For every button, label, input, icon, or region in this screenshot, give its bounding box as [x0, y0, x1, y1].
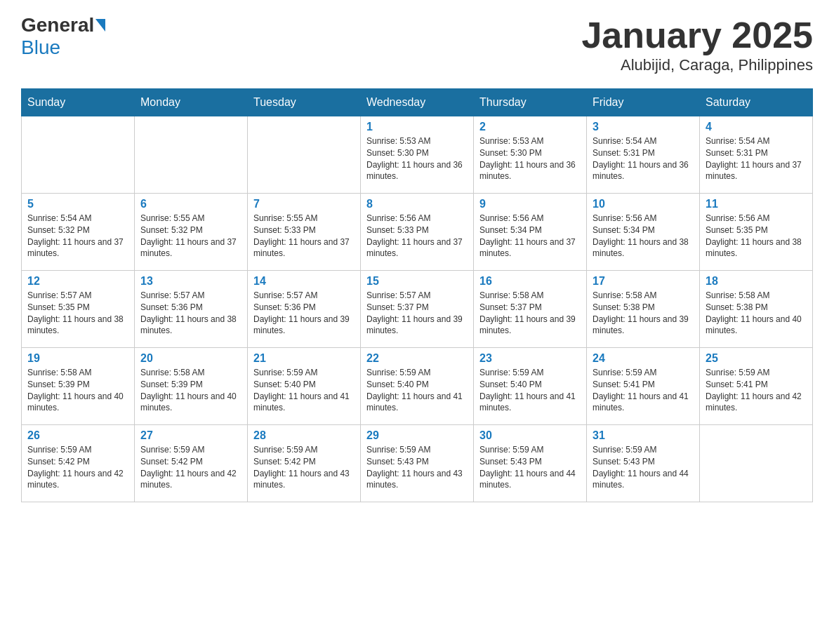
day-number: 18 [706, 275, 807, 288]
day-info: Sunrise: 5:59 AM Sunset: 5:43 PM Dayligh… [366, 444, 468, 491]
day-info: Sunrise: 5:58 AM Sunset: 5:38 PM Dayligh… [706, 290, 807, 337]
calendar-week-row: 12Sunrise: 5:57 AM Sunset: 5:35 PM Dayli… [22, 271, 813, 348]
day-number: 9 [479, 198, 581, 210]
calendar-day-cell: 16Sunrise: 5:58 AM Sunset: 5:37 PM Dayli… [474, 271, 587, 348]
day-of-week-header: Friday [587, 89, 700, 116]
calendar-day-cell: 28Sunrise: 5:59 AM Sunset: 5:42 PM Dayli… [248, 425, 361, 502]
logo-area: General Blue [21, 14, 107, 59]
calendar-table: SundayMondayTuesdayWednesdayThursdayFrid… [21, 88, 813, 502]
logo-blue-text: Blue [21, 36, 60, 59]
calendar-day-cell: 27Sunrise: 5:59 AM Sunset: 5:42 PM Dayli… [135, 425, 248, 502]
day-number: 2 [479, 121, 581, 133]
calendar-day-cell: 30Sunrise: 5:59 AM Sunset: 5:43 PM Dayli… [474, 425, 587, 502]
calendar-day-cell: 15Sunrise: 5:57 AM Sunset: 5:37 PM Dayli… [361, 271, 474, 348]
calendar-week-row: 1Sunrise: 5:53 AM Sunset: 5:30 PM Daylig… [22, 116, 813, 194]
calendar-day-cell: 8Sunrise: 5:56 AM Sunset: 5:33 PM Daylig… [361, 194, 474, 271]
calendar-day-cell: 7Sunrise: 5:55 AM Sunset: 5:33 PM Daylig… [248, 194, 361, 271]
calendar-day-cell: 22Sunrise: 5:59 AM Sunset: 5:40 PM Dayli… [361, 348, 474, 425]
day-of-week-header: Sunday [22, 89, 135, 116]
day-info: Sunrise: 5:56 AM Sunset: 5:33 PM Dayligh… [366, 213, 468, 260]
day-number: 27 [140, 429, 241, 442]
day-number: 4 [706, 121, 807, 133]
calendar-day-cell: 5Sunrise: 5:54 AM Sunset: 5:32 PM Daylig… [22, 194, 135, 271]
calendar-day-cell [22, 116, 135, 194]
month-title: January 2025 [581, 14, 813, 56]
logo-general-text: General [21, 14, 94, 36]
day-info: Sunrise: 5:57 AM Sunset: 5:36 PM Dayligh… [140, 290, 241, 337]
day-number: 25 [706, 352, 807, 365]
day-number: 12 [27, 275, 128, 288]
calendar-header-row: SundayMondayTuesdayWednesdayThursdayFrid… [22, 89, 813, 116]
day-info: Sunrise: 5:59 AM Sunset: 5:43 PM Dayligh… [479, 444, 581, 491]
day-number: 7 [253, 198, 355, 210]
day-number: 19 [27, 352, 128, 365]
day-number: 28 [253, 429, 355, 442]
calendar-day-cell: 26Sunrise: 5:59 AM Sunset: 5:42 PM Dayli… [22, 425, 135, 502]
day-of-week-header: Monday [135, 89, 248, 116]
day-info: Sunrise: 5:57 AM Sunset: 5:37 PM Dayligh… [366, 290, 468, 337]
day-info: Sunrise: 5:54 AM Sunset: 5:31 PM Dayligh… [706, 135, 807, 182]
day-info: Sunrise: 5:56 AM Sunset: 5:34 PM Dayligh… [593, 213, 694, 260]
day-info: Sunrise: 5:58 AM Sunset: 5:37 PM Dayligh… [479, 290, 581, 337]
calendar-day-cell: 1Sunrise: 5:53 AM Sunset: 5:30 PM Daylig… [361, 116, 474, 194]
day-info: Sunrise: 5:57 AM Sunset: 5:36 PM Dayligh… [253, 290, 355, 337]
day-number: 31 [593, 429, 694, 442]
calendar-day-cell: 14Sunrise: 5:57 AM Sunset: 5:36 PM Dayli… [248, 271, 361, 348]
calendar-week-row: 5Sunrise: 5:54 AM Sunset: 5:32 PM Daylig… [22, 194, 813, 271]
logo-arrow-icon [95, 19, 105, 32]
calendar-day-cell: 10Sunrise: 5:56 AM Sunset: 5:34 PM Dayli… [587, 194, 700, 271]
day-info: Sunrise: 5:56 AM Sunset: 5:34 PM Dayligh… [479, 213, 581, 260]
day-number: 11 [706, 198, 807, 210]
calendar-day-cell: 12Sunrise: 5:57 AM Sunset: 5:35 PM Dayli… [22, 271, 135, 348]
day-info: Sunrise: 5:59 AM Sunset: 5:41 PM Dayligh… [706, 367, 807, 414]
calendar-day-cell: 13Sunrise: 5:57 AM Sunset: 5:36 PM Dayli… [135, 271, 248, 348]
day-info: Sunrise: 5:59 AM Sunset: 5:40 PM Dayligh… [479, 367, 581, 414]
day-number: 5 [27, 198, 128, 210]
day-info: Sunrise: 5:59 AM Sunset: 5:41 PM Dayligh… [593, 367, 694, 414]
day-info: Sunrise: 5:58 AM Sunset: 5:39 PM Dayligh… [27, 367, 128, 414]
day-number: 6 [140, 198, 241, 210]
day-info: Sunrise: 5:54 AM Sunset: 5:31 PM Dayligh… [593, 135, 694, 182]
day-info: Sunrise: 5:53 AM Sunset: 5:30 PM Dayligh… [479, 135, 581, 182]
day-of-week-header: Saturday [700, 89, 813, 116]
day-number: 10 [593, 198, 694, 210]
calendar-day-cell [135, 116, 248, 194]
day-info: Sunrise: 5:59 AM Sunset: 5:40 PM Dayligh… [253, 367, 355, 414]
day-number: 20 [140, 352, 241, 365]
calendar-day-cell: 17Sunrise: 5:58 AM Sunset: 5:38 PM Dayli… [587, 271, 700, 348]
day-number: 22 [366, 352, 468, 365]
day-of-week-header: Wednesday [361, 89, 474, 116]
day-of-week-header: Tuesday [248, 89, 361, 116]
calendar-day-cell: 6Sunrise: 5:55 AM Sunset: 5:32 PM Daylig… [135, 194, 248, 271]
day-info: Sunrise: 5:59 AM Sunset: 5:42 PM Dayligh… [253, 444, 355, 491]
day-number: 16 [479, 275, 581, 288]
day-info: Sunrise: 5:55 AM Sunset: 5:33 PM Dayligh… [253, 213, 355, 260]
calendar-day-cell: 3Sunrise: 5:54 AM Sunset: 5:31 PM Daylig… [587, 116, 700, 194]
day-number: 29 [366, 429, 468, 442]
day-number: 26 [27, 429, 128, 442]
calendar-day-cell [248, 116, 361, 194]
title-area: January 2025 Alubijid, Caraga, Philippin… [581, 14, 813, 74]
location-title: Alubijid, Caraga, Philippines [581, 56, 813, 74]
calendar-day-cell: 9Sunrise: 5:56 AM Sunset: 5:34 PM Daylig… [474, 194, 587, 271]
day-number: 30 [479, 429, 581, 442]
calendar-day-cell: 21Sunrise: 5:59 AM Sunset: 5:40 PM Dayli… [248, 348, 361, 425]
day-number: 13 [140, 275, 241, 288]
calendar-day-cell: 4Sunrise: 5:54 AM Sunset: 5:31 PM Daylig… [700, 116, 813, 194]
day-info: Sunrise: 5:58 AM Sunset: 5:38 PM Dayligh… [593, 290, 694, 337]
day-number: 15 [366, 275, 468, 288]
day-number: 24 [593, 352, 694, 365]
day-number: 8 [366, 198, 468, 210]
day-info: Sunrise: 5:55 AM Sunset: 5:32 PM Dayligh… [140, 213, 241, 260]
calendar-day-cell: 29Sunrise: 5:59 AM Sunset: 5:43 PM Dayli… [361, 425, 474, 502]
day-info: Sunrise: 5:54 AM Sunset: 5:32 PM Dayligh… [27, 213, 128, 260]
calendar-day-cell [700, 425, 813, 502]
day-info: Sunrise: 5:56 AM Sunset: 5:35 PM Dayligh… [706, 213, 807, 260]
day-info: Sunrise: 5:59 AM Sunset: 5:40 PM Dayligh… [366, 367, 468, 414]
day-info: Sunrise: 5:59 AM Sunset: 5:42 PM Dayligh… [140, 444, 241, 491]
calendar-day-cell: 31Sunrise: 5:59 AM Sunset: 5:43 PM Dayli… [587, 425, 700, 502]
day-of-week-header: Thursday [474, 89, 587, 116]
calendar-week-row: 26Sunrise: 5:59 AM Sunset: 5:42 PM Dayli… [22, 425, 813, 502]
calendar-day-cell: 23Sunrise: 5:59 AM Sunset: 5:40 PM Dayli… [474, 348, 587, 425]
calendar-day-cell: 25Sunrise: 5:59 AM Sunset: 5:41 PM Dayli… [700, 348, 813, 425]
